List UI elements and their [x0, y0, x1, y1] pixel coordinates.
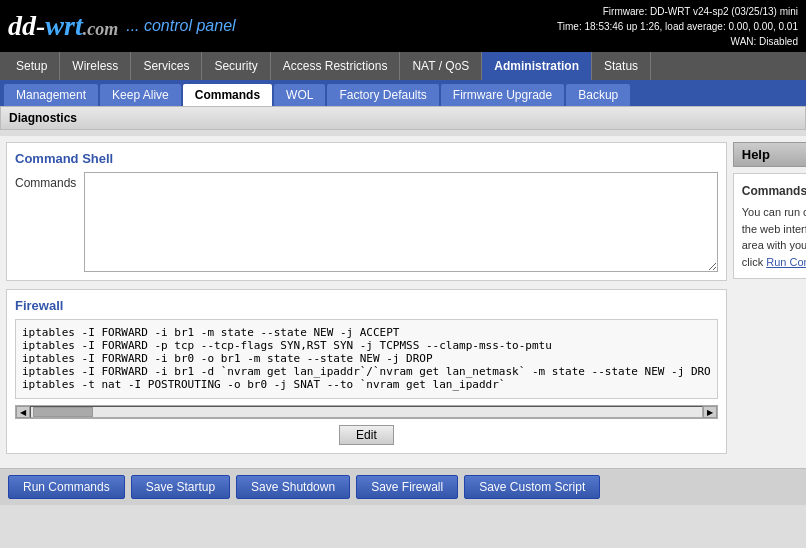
sub-nav-item-wol[interactable]: WOL [274, 84, 325, 106]
sub-nav-item-management[interactable]: Management [4, 84, 98, 106]
save-shutdown-button[interactable]: Save Shutdown [236, 475, 350, 499]
scroll-right-arrow[interactable]: ▶ [703, 406, 717, 418]
save-firewall-button[interactable]: Save Firewall [356, 475, 458, 499]
bottom-bar: Run CommandsSave StartupSave ShutdownSav… [0, 468, 806, 505]
save-startup-button[interactable]: Save Startup [131, 475, 230, 499]
scrollbar-thumb[interactable] [33, 407, 93, 417]
top-nav-item-wireless[interactable]: Wireless [60, 52, 131, 80]
main-content: Command Shell Commands Firewall iptables… [6, 142, 727, 462]
help-panel: Help more... Commands: You can run comma… [733, 142, 806, 462]
help-header: Help more... [733, 142, 806, 167]
commands-label: Commands [15, 172, 76, 190]
save-custom-script-button[interactable]: Save Custom Script [464, 475, 600, 499]
top-nav-item-access-restrictions[interactable]: Access Restrictions [271, 52, 401, 80]
top-nav-item-security[interactable]: Security [202, 52, 270, 80]
top-nav-item-status[interactable]: Status [592, 52, 651, 80]
command-shell-section: Command Shell Commands [6, 142, 727, 281]
firewall-title: Firewall [15, 298, 718, 313]
logo-subtitle: ... control panel [126, 17, 235, 35]
sub-nav-item-backup[interactable]: Backup [566, 84, 630, 106]
firewall-content: iptables -I FORWARD -i br1 -m state --st… [15, 319, 718, 399]
logo-area: dd-wrt.com ... control panel [8, 10, 236, 42]
scrollbar-track[interactable] [30, 406, 703, 418]
logo-dd: dd- [8, 10, 45, 41]
top-nav-item-setup[interactable]: Setup [4, 52, 60, 80]
logo-wrt: wrt [45, 10, 82, 41]
top-nav: SetupWirelessServicesSecurityAccess Rest… [0, 52, 806, 80]
logo-com: .com [83, 19, 119, 39]
sub-nav: ManagementKeep AliveCommandsWOLFactory D… [0, 80, 806, 106]
top-nav-item-services[interactable]: Services [131, 52, 202, 80]
wan-info: WAN: Disabled [557, 34, 798, 49]
sub-nav-item-commands[interactable]: Commands [183, 84, 272, 106]
logo: dd-wrt.com [8, 10, 118, 42]
diagnostics-label: Diagnostics [9, 111, 77, 125]
command-textarea[interactable] [84, 172, 717, 272]
help-run-link[interactable]: Run Commands [766, 256, 806, 268]
command-shell-title: Command Shell [15, 151, 718, 166]
content: Command Shell Commands Firewall iptables… [0, 136, 806, 468]
help-commands-title: Commands: [742, 182, 806, 200]
header: dd-wrt.com ... control panel Firmware: D… [0, 0, 806, 52]
header-info: Firmware: DD-WRT v24-sp2 (03/25/13) mini… [557, 4, 798, 49]
scroll-left-arrow[interactable]: ◀ [16, 406, 30, 418]
top-nav-item-nat-/-qos[interactable]: NAT / QoS [400, 52, 482, 80]
help-title: Help [742, 147, 770, 162]
sub-nav-item-firmware-upgrade[interactable]: Firmware Upgrade [441, 84, 564, 106]
sub-nav-item-factory-defaults[interactable]: Factory Defaults [327, 84, 438, 106]
edit-button[interactable]: Edit [339, 425, 394, 445]
run-commands-button[interactable]: Run Commands [8, 475, 125, 499]
help-body: Commands: You can run command lines via … [733, 173, 806, 279]
diagnostics-bar: Diagnostics [0, 106, 806, 130]
cmd-row: Commands [15, 172, 718, 272]
top-nav-item-administration[interactable]: Administration [482, 52, 592, 80]
edit-btn-row: Edit [15, 425, 718, 445]
time-info: Time: 18:53:46 up 1:26, load average: 0.… [557, 19, 798, 34]
firewall-section: Firewall iptables -I FORWARD -i br1 -m s… [6, 289, 727, 454]
firmware-info: Firmware: DD-WRT v24-sp2 (03/25/13) mini [557, 4, 798, 19]
horizontal-scrollbar[interactable]: ◀ ▶ [15, 405, 718, 419]
sub-nav-item-keep-alive[interactable]: Keep Alive [100, 84, 181, 106]
